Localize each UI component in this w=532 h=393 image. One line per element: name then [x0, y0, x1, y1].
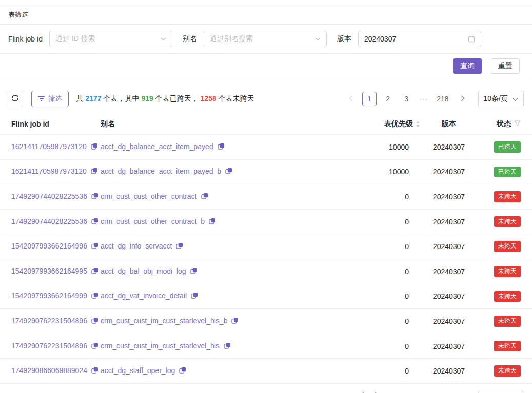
priority-cell: 10000 [343, 159, 420, 184]
alias-link[interactable]: acct_dg_balance_acct_item_payed [101, 142, 213, 151]
copy-icon[interactable] [191, 292, 198, 301]
table-filter-panel: 表筛选 Flink job id 通过 ID 搜索 别名 通过别名搜索 版本 [0, 5, 532, 79]
alias-link[interactable]: crm_cust_cust_other_contract_b [101, 217, 205, 225]
copy-icon[interactable] [225, 168, 232, 176]
table-row: 1749290762231504896crm_cust_cust_im_cust… [0, 334, 532, 359]
alias-link[interactable]: crm_cust_cust_im_cust_starlevel_his [101, 342, 220, 350]
filter-lines-icon [38, 96, 45, 101]
chevron-right-icon [461, 95, 465, 103]
filter-funnel-icon[interactable] [514, 120, 521, 128]
filter-actions-row: 查询 重置 [0, 54, 532, 79]
version-date-input[interactable]: 20240307 [358, 31, 481, 47]
page-number-218[interactable]: 218 [434, 92, 451, 106]
version-cell: 20240307 [420, 159, 478, 184]
table-row: 1749290762231504896crm_cust_cust_im_cust… [0, 309, 532, 334]
flink-job-id-link[interactable]: 1621411705987973120 [11, 167, 87, 175]
page-number-2[interactable]: 2 [381, 92, 395, 106]
copy-icon[interactable] [91, 367, 98, 376]
priority-cell: 0 [343, 259, 420, 284]
table-toolbar: 筛选 共 2177 个表，其中 919 个表已跨天， 1258 个表未跨天 12… [7, 91, 524, 107]
page-ellipsis[interactable]: ··· [418, 95, 430, 103]
alias-link[interactable]: acct_dg_info_servacct [101, 242, 172, 250]
version-label: 版本 [337, 34, 351, 44]
version-cell: 20240307 [420, 334, 478, 359]
flink-job-id-link[interactable]: 1749290866069889024 [11, 366, 87, 375]
copy-icon[interactable] [91, 267, 98, 276]
status-badge: 未跨天 [494, 241, 521, 252]
page-number-3[interactable]: 3 [399, 92, 413, 106]
alias-link[interactable]: acct_dg_staff_oper_log [101, 366, 175, 375]
table-row: 1621411705987973120acct_dg_balance_acct_… [0, 159, 532, 184]
copy-icon[interactable] [91, 317, 98, 326]
copy-icon[interactable] [224, 342, 231, 351]
table-row: 1621411705987973120acct_dg_balance_acct_… [0, 135, 532, 160]
alias-link[interactable]: acct_dg_balance_acct_item_payed_b [101, 167, 221, 175]
refresh-button[interactable] [7, 91, 23, 107]
page-size-select[interactable]: 10条/页 [478, 91, 524, 107]
next-page-button[interactable] [456, 92, 470, 106]
copy-icon[interactable] [91, 292, 98, 301]
copy-icon[interactable] [218, 143, 225, 152]
flink-job-id-link[interactable]: 1621411705987973120 [11, 142, 87, 151]
copy-icon[interactable] [231, 317, 239, 326]
flink-job-id-link[interactable]: 1749290762231504896 [11, 342, 87, 350]
alias-link[interactable]: crm_cust_cust_other_contract [101, 192, 197, 200]
pagination-top: 123···21810条/页 [344, 91, 524, 107]
alias-link[interactable]: acct_dg_vat_invoice_detail [101, 292, 187, 300]
header-status[interactable]: 状态 [478, 113, 532, 135]
filter-toggle-button[interactable]: 筛选 [31, 91, 69, 107]
uncrossed-count: 1258 [201, 94, 216, 102]
table-row: 1542097993662164999acct_dg_vat_invoice_d… [0, 284, 532, 309]
alias-link[interactable]: acct_dg_bal_obj_modi_log [101, 267, 186, 275]
copy-icon[interactable] [91, 193, 98, 201]
refresh-icon [11, 94, 19, 104]
header-version: 版本 [420, 113, 478, 135]
flink-job-id-link[interactable]: 1749290744028225536 [11, 192, 87, 200]
alias-select[interactable]: 通过别名搜索 [204, 31, 327, 47]
header-priority[interactable]: 表优先级 [343, 113, 420, 135]
copy-icon[interactable] [91, 242, 98, 251]
priority-cell: 0 [343, 359, 420, 384]
priority-cell: 0 [343, 334, 420, 359]
flink-job-id-link[interactable]: 1542097993662164995 [11, 267, 87, 275]
prev-page-button[interactable] [344, 92, 358, 106]
page-size-select[interactable]: 10条/页 [478, 391, 524, 393]
header-flink-job-id: Flink job id [0, 113, 101, 135]
chevron-down-icon [315, 37, 321, 41]
reset-button[interactable]: 重置 [491, 58, 520, 74]
version-cell: 20240307 [420, 234, 478, 259]
status-badge: 未跨天 [494, 365, 521, 377]
copy-icon[interactable] [201, 193, 208, 201]
copy-icon[interactable] [91, 342, 98, 351]
status-badge: 未跨天 [494, 191, 521, 202]
flink-job-id-link[interactable]: 1749290762231504896 [11, 317, 87, 325]
flink-job-id-label: Flink job id [8, 35, 43, 43]
copy-icon[interactable] [176, 242, 183, 251]
priority-cell: 0 [343, 284, 420, 309]
table-stats-summary: 共 2177 个表，其中 919 个表已跨天， 1258 个表未跨天 [76, 94, 254, 104]
chevron-down-icon [161, 37, 166, 41]
query-button[interactable]: 查询 [453, 58, 482, 74]
page-number-1[interactable]: 1 [362, 92, 377, 106]
version-cell: 20240307 [420, 184, 478, 210]
flink-job-id-link[interactable]: 1542097993662164999 [11, 292, 87, 300]
pagination-bottom: 123···21810条/页 [344, 391, 524, 393]
sort-icon[interactable] [416, 121, 420, 128]
copy-icon[interactable] [179, 367, 186, 376]
status-badge: 未跨天 [494, 266, 521, 277]
version-cell: 20240307 [420, 209, 478, 234]
status-badge: 已跨天 [494, 141, 521, 153]
copy-icon[interactable] [190, 267, 198, 276]
calendar-icon [468, 35, 475, 43]
flink-job-id-field: Flink job id 通过 ID 搜索 [8, 31, 172, 47]
flink-job-id-link[interactable]: 1542097993662164996 [11, 242, 87, 250]
flink-job-id-select[interactable]: 通过 ID 搜索 [49, 31, 172, 47]
alias-link[interactable]: crm_cust_cust_im_cust_starlevel_his_b [101, 317, 227, 325]
copy-icon[interactable] [209, 218, 216, 226]
copy-icon[interactable] [91, 168, 98, 176]
copy-icon[interactable] [91, 143, 98, 152]
status-badge: 未跨天 [494, 216, 521, 227]
copy-icon[interactable] [91, 218, 98, 226]
chevron-left-icon [349, 95, 353, 103]
flink-job-id-link[interactable]: 1749290744028225536 [11, 217, 87, 225]
